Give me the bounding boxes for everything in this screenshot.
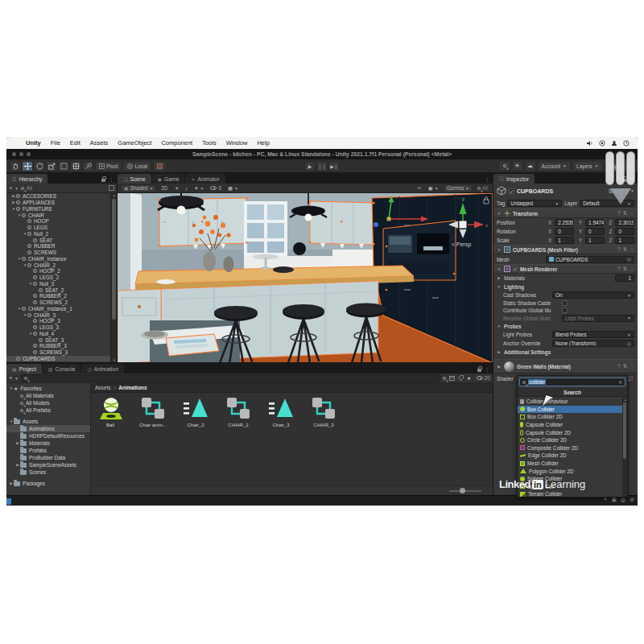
search-by-type-icon[interactable]	[443, 377, 446, 380]
tab-animator[interactable]: ➣Animator	[185, 174, 225, 184]
component-menu-icon[interactable]: ⋮	[630, 246, 634, 253]
component-item-collider-behaviour[interactable]: Collider Behaviour	[518, 398, 622, 406]
dropdown-caret-icon[interactable]: ▼	[603, 497, 607, 503]
hierarchy-item-chair-instance-1[interactable]: ▼CHAIR_Instance_1	[6, 306, 110, 312]
component-item-composite-collider-2d[interactable]: Composite Collider 2D	[518, 444, 622, 452]
hierarchy-item-chair-instance[interactable]: ▼CHAIR_Instance	[6, 256, 110, 262]
anchor-override-field[interactable]: None (Transform)◎	[552, 340, 634, 347]
tab-inspector[interactable]: ⓘInspector	[493, 174, 535, 184]
component-item-polygon-collider-2d[interactable]: Polygon Collider 2D	[518, 467, 622, 475]
hierarchy-item-chair-3[interactable]: ▼CHAIR_3	[6, 312, 110, 318]
play-button[interactable]: ▶	[304, 161, 316, 171]
hierarchy-item-hoop-3[interactable]: HOOP_3	[6, 318, 110, 324]
component-item-box-collider[interactable]: Box Collider	[518, 406, 622, 414]
panel-menu-icon[interactable]: ⋮	[485, 366, 489, 372]
component-item-mesh-collider[interactable]: Mesh Collider	[518, 460, 622, 468]
component-menu-icon[interactable]: ⋮	[630, 266, 634, 272]
mesh-filter-header[interactable]: ▼ CUPBOARDS (Mesh Filter) ?⇅⋮	[493, 245, 638, 254]
icon-size-slider[interactable]	[449, 490, 481, 492]
menu-window[interactable]: Window	[221, 139, 253, 147]
hierarchy-item-cupboards[interactable]: CUPBOARDS	[6, 356, 110, 362]
clear-search-icon[interactable]: ✕	[618, 379, 622, 385]
rotation-x-field[interactable]: 0	[555, 228, 574, 235]
tab-scene[interactable]: ❏Scene	[118, 174, 151, 184]
lock-icon[interactable]	[101, 179, 105, 182]
icon-size-slider-knob[interactable]	[460, 488, 465, 493]
hierarchy-item-null-4[interactable]: ▼Null_4	[6, 331, 110, 337]
mesh-renderer-header[interactable]: ▼ ✓ Mesh Renderer ?⇅⋮	[493, 264, 638, 274]
local-toggle-button[interactable]: Local	[123, 161, 151, 171]
folder-item-all-prefabs[interactable]: All Prefabs	[6, 407, 90, 414]
component-list-scrollbar[interactable]: ▲	[622, 398, 627, 497]
hierarchy-item-legs-2[interactable]: LEGS_2	[6, 275, 110, 281]
folder-item-materials[interactable]: ▶Materials	[6, 440, 90, 447]
folder-item-probuilder-data[interactable]: ProBuilder Data	[6, 454, 90, 461]
materials-row[interactable]: ▶ Materials 1	[493, 274, 638, 283]
folder-item-favorites[interactable]: ▼★Favorites	[6, 385, 90, 392]
folder-item-animations[interactable]: Animations	[6, 425, 90, 432]
layers-dropdown[interactable]: Layers▼	[572, 161, 602, 171]
hierarchy-item-legs-3[interactable]: LEGS_3	[6, 324, 110, 331]
camera-icon[interactable]: ▣▼	[427, 184, 440, 192]
hand-tool-button[interactable]	[10, 161, 21, 171]
component-menu-icon[interactable]: ⋮	[630, 363, 634, 369]
help-icon[interactable]: ?	[617, 246, 621, 253]
create-asset-button[interactable]: + ▼	[9, 374, 19, 382]
component-item-terrain-collider[interactable]: Terrain Collider	[518, 490, 622, 497]
hierarchy-item-seat[interactable]: SEAT	[6, 237, 110, 243]
component-item-capsule-collider[interactable]: Capsule Collider	[518, 421, 622, 429]
panel-menu-icon[interactable]: ⋮	[109, 176, 114, 182]
hierarchy-item-screws-2[interactable]: SCREWS_2	[6, 299, 110, 306]
hierarchy-item-rubber-3[interactable]: RUBBER_3	[6, 343, 110, 349]
folder-item-all-models[interactable]: All Models	[6, 399, 90, 407]
hierarchy-item-furniture[interactable]: ▼FURNITURE	[6, 206, 110, 213]
folder-item-hdrpdefaultresources[interactable]: HDRPDefaultResources	[6, 432, 90, 440]
tab-project[interactable]: ▤Project	[6, 364, 42, 374]
create-button[interactable]: + ▼	[9, 184, 19, 192]
tool-settings-icon[interactable]: ✂	[416, 184, 423, 192]
object-name-field[interactable]: CUPBOARDS	[517, 188, 553, 194]
component-item-edge-collider-2d[interactable]: Edge Collider 2D	[518, 452, 622, 460]
tag-dropdown[interactable]: Untagged▼	[507, 200, 562, 207]
hierarchy-item-rubber-2[interactable]: RUBBER_2	[6, 293, 110, 299]
tab-animation[interactable]: ◷Animation	[81, 364, 123, 374]
tab-console[interactable]: ▥Console	[43, 364, 81, 374]
component-menu-icon[interactable]: ⋮	[630, 210, 634, 217]
scale-y-field[interactable]: 1	[585, 237, 605, 244]
presets-icon[interactable]: ⇅	[623, 266, 627, 272]
mic-toggle-icon[interactable]: ◍	[621, 497, 625, 503]
static-shadow-checkbox[interactable]	[562, 300, 568, 306]
help-icon[interactable]: ?	[617, 266, 621, 272]
tab-game[interactable]: ◉Game	[152, 174, 185, 184]
scale-x-field[interactable]: 1	[555, 237, 574, 244]
asset-chair-3[interactable]: Chair_3	[265, 396, 297, 427]
search-button[interactable]	[499, 161, 510, 171]
effects-dropdown-icon[interactable]: ✦▼	[192, 184, 205, 192]
project-search-field[interactable]	[21, 374, 440, 382]
component-item-circle-collider-2d[interactable]: Circle Collider 2D	[518, 436, 622, 444]
component-item-box-collider-2d[interactable]: Box Collider 2D	[518, 413, 622, 421]
menu-help[interactable]: Help	[252, 139, 274, 147]
pause-button[interactable]: ❘❘	[316, 161, 328, 171]
user-icon[interactable]	[611, 140, 617, 147]
component-item-capsule-collider-2d[interactable]: Capsule Collider 2D	[518, 428, 622, 436]
folder-item-all-materials[interactable]: All Materials	[6, 392, 90, 399]
material-header[interactable]: ▶ Green Walls (Material) ?⇅⋮	[493, 359, 638, 374]
contribute-gi-checkbox[interactable]	[562, 308, 568, 313]
help-icon[interactable]: ?	[617, 210, 621, 217]
clock-icon[interactable]	[623, 140, 630, 147]
cancel-icon[interactable]: ⊘	[630, 497, 634, 503]
hidden-count-toggle[interactable]: 20	[477, 375, 490, 381]
scene-visibility-icon[interactable]	[109, 185, 114, 191]
rotation-z-field[interactable]: 0	[615, 228, 634, 235]
menu-component[interactable]: Component	[156, 139, 197, 147]
hierarchy-item-screws[interactable]: SCREWS	[6, 250, 110, 256]
additional-settings-foldout[interactable]: ▶ Additional Settings	[493, 348, 638, 356]
hierarchy-item-accesories[interactable]: ▶ACCESORIES	[6, 193, 110, 200]
package-icon[interactable]	[449, 375, 455, 381]
folder-item-assets[interactable]: ▼Assets	[6, 418, 90, 425]
menu-file[interactable]: File	[46, 139, 65, 147]
hierarchy-item-hoop-2[interactable]: HOOP_2	[6, 268, 110, 275]
hierarchy-item-screws-3[interactable]: SCREWS_3	[6, 349, 110, 356]
hierarchy-item-legs[interactable]: LEGS	[6, 225, 110, 231]
